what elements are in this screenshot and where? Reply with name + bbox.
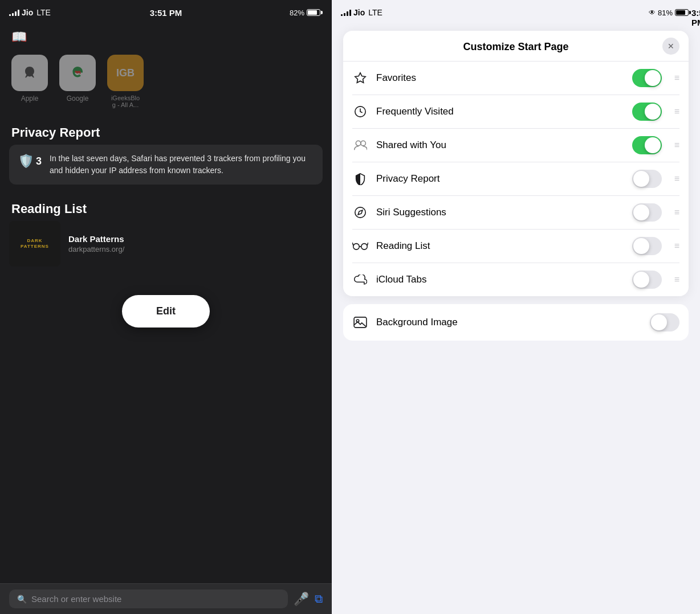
svg-rect-8 <box>354 317 367 328</box>
frequently-visited-toggle[interactable] <box>632 103 662 121</box>
signal-icon-left <box>9 9 19 16</box>
battery-icon-right <box>675 9 691 16</box>
privacy-report-label: Privacy Report <box>376 173 624 185</box>
row-reading-list: Reading List ≡ <box>352 230 679 263</box>
icloud-tabs-label: iCloud Tabs <box>376 274 624 285</box>
favorites-drag-handle[interactable]: ≡ <box>674 73 679 83</box>
modal-title: Customize Start Page <box>463 41 568 53</box>
search-input-left[interactable]: 🔍 Search or enter website <box>9 590 288 608</box>
shared-with-you-drag-handle[interactable]: ≡ <box>674 140 679 150</box>
svg-point-6 <box>353 244 360 250</box>
siri-suggestions-toggle[interactable] <box>632 203 662 222</box>
frequently-visited-label: Frequently Visited <box>376 106 624 117</box>
privacy-report-toggle[interactable] <box>632 170 662 188</box>
svg-point-4 <box>355 207 365 218</box>
close-icon: ✕ <box>668 42 674 51</box>
favorite-igeeksblog[interactable]: IGB iGeeksBlog - All A... <box>107 55 144 108</box>
row-siri-suggestions: Siri Suggestions ≡ <box>352 196 679 230</box>
shared-with-you-toggle[interactable] <box>632 136 662 154</box>
igb-icon: IGB <box>107 55 144 91</box>
reading-list-item[interactable]: DARK PATTERNS Dark Patterns darkpatterns… <box>9 221 323 267</box>
edit-button-wrap: Edit <box>0 295 332 328</box>
shield-count: 🛡️ 3 <box>18 153 42 169</box>
frequently-visited-drag-handle[interactable]: ≡ <box>674 107 679 117</box>
reading-list-toggle[interactable] <box>632 237 662 255</box>
clock-icon <box>352 104 368 120</box>
privacy-report-drag-handle[interactable]: ≡ <box>674 174 679 184</box>
svg-point-2 <box>356 141 361 146</box>
reading-item-url: darkpatterns.org/ <box>68 245 323 253</box>
siri-suggestions-drag-handle[interactable]: ≡ <box>674 207 679 218</box>
igb-label: iGeeksBlog - All A... <box>111 95 140 108</box>
row-privacy-report: Privacy Report ≡ <box>352 162 679 196</box>
favorite-google[interactable]: Google <box>59 55 96 108</box>
reading-list-section: Reading List DARK PATTERNS Dark Patterns… <box>0 185 332 267</box>
search-icon-left: 🔍 <box>17 595 27 604</box>
favorites-label: Favorites <box>376 72 624 84</box>
signal-icon-right <box>341 9 351 16</box>
compass-icon <box>352 204 368 220</box>
microphone-icon[interactable]: 🎤 <box>294 592 309 607</box>
image-icon <box>352 314 368 330</box>
reading-list-drag-handle[interactable]: ≡ <box>674 241 679 251</box>
favorite-apple[interactable]: Apple <box>11 55 48 108</box>
reading-list-title: Reading List <box>0 196 332 221</box>
modal-header: Customize Start Page ✕ <box>343 31 689 62</box>
carrier-right: Jio <box>353 8 365 17</box>
apple-label: Apple <box>21 95 39 103</box>
siri-suggestions-label: Siri Suggestions <box>376 207 624 218</box>
shield-icon-left: 🛡️ <box>18 154 34 169</box>
icloud-tabs-toggle[interactable] <box>632 271 662 289</box>
privacy-report-section: Privacy Report 🛡️ 3 In the last seven da… <box>0 120 332 185</box>
svg-point-3 <box>361 141 366 146</box>
status-bar-right: Jio LTE 3:53 PM 👁 81% <box>332 0 700 25</box>
modal-wrap: Customize Start Page ✕ Favorites <box>332 31 700 341</box>
network-right: LTE <box>368 8 382 17</box>
background-image-card: Background Image <box>343 304 689 341</box>
eye-icon-right: 👁 <box>649 9 656 17</box>
row-icloud-tabs: iCloud Tabs ≡ <box>352 263 679 296</box>
edit-button[interactable]: Edit <box>122 295 210 328</box>
favorites-toggle[interactable] <box>632 69 662 87</box>
apple-icon <box>11 55 48 91</box>
book-icon[interactable]: 📖 <box>11 30 27 44</box>
google-label: Google <box>67 95 89 103</box>
privacy-description: In the last seven days, Safari has preve… <box>50 153 314 177</box>
time-left: 3:51 PM <box>150 8 182 18</box>
reading-list-label: Reading List <box>376 240 624 252</box>
privacy-card[interactable]: 🛡️ 3 In the last seven days, Safari has … <box>9 145 323 185</box>
cloud-icon <box>352 272 368 288</box>
background-image-toggle[interactable] <box>650 313 679 331</box>
favorites-row: Apple Google IGB iGeeksBlog - All A... <box>0 49 332 120</box>
tabs-icon[interactable]: ⧉ <box>315 592 323 605</box>
background-image-label: Background Image <box>376 317 642 328</box>
reading-info: Dark Patterns darkpatterns.org/ <box>68 234 323 253</box>
privacy-report-title: Privacy Report <box>0 120 332 145</box>
row-favorites: Favorites ≡ <box>352 62 679 95</box>
search-placeholder-left: Search or enter website <box>31 594 121 604</box>
row-frequently-visited: Frequently Visited ≡ <box>352 95 679 129</box>
glasses-icon <box>352 238 368 254</box>
bookmarks-bar: 📖 <box>0 25 332 49</box>
network-left: LTE <box>36 8 51 17</box>
people-icon <box>352 137 368 153</box>
reading-thumbnail: DARK PATTERNS <box>9 221 60 267</box>
carrier-left: Jio <box>22 8 33 17</box>
svg-marker-0 <box>355 73 365 83</box>
star-icon <box>352 70 368 86</box>
customize-modal: Customize Start Page ✕ Favorites <box>343 31 689 296</box>
right-phone: Jio LTE 3:53 PM 👁 81% Customize Start Pa… <box>332 0 700 614</box>
time-right: 3:53 PM <box>691 8 700 27</box>
modal-close-button[interactable]: ✕ <box>662 38 679 55</box>
battery-icon-left <box>307 9 323 16</box>
svg-point-7 <box>361 244 368 250</box>
status-bar-left: Jio LTE 3:51 PM 82% <box>0 0 332 25</box>
shared-with-you-label: Shared with You <box>376 140 624 151</box>
icloud-tabs-drag-handle[interactable]: ≡ <box>674 275 679 285</box>
battery-pct-right: 81% <box>658 9 673 17</box>
background-image-row: Background Image <box>352 304 679 341</box>
battery-pct-left: 82% <box>290 9 304 17</box>
svg-marker-5 <box>358 210 363 215</box>
left-phone: Jio LTE 3:51 PM 82% 📖 Apple <box>0 0 332 614</box>
settings-row-list: Favorites ≡ Frequently Visited <box>343 62 689 296</box>
